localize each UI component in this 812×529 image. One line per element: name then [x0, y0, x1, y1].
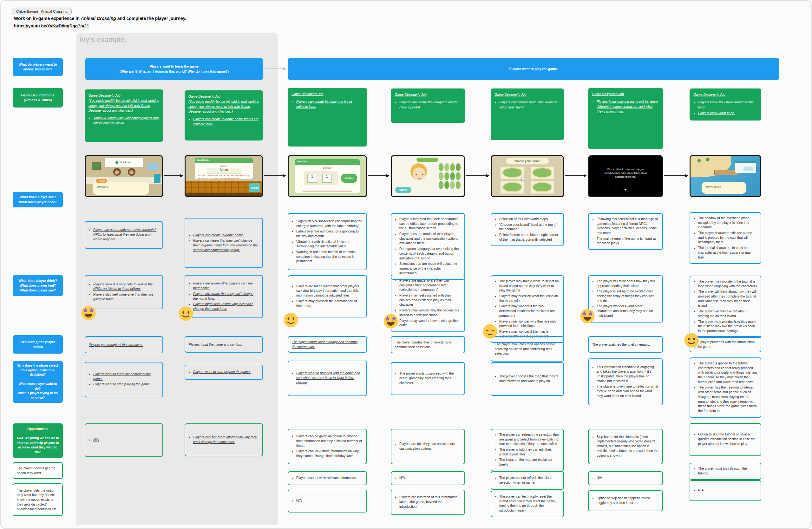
why-note[interactable]: Players want to proceed with the game an… [288, 361, 367, 396]
shot-arrow-4 [466, 175, 489, 176]
designer-job-heading: Game Designer's Job [291, 92, 363, 97]
no-option-note[interactable]: N/A [588, 471, 663, 485]
think-feel-note[interactable]: The player may wonder if the tutorial is… [690, 276, 761, 338]
screenshot-character-creator[interactable]: Confirm [391, 155, 465, 197]
decision-note[interactable]: Players input the name and confirm. [185, 336, 263, 353]
opportunities-note[interactable]: The player can refresh the selection the… [491, 429, 564, 471]
no-option-note[interactable]: The player must play through the tutoria… [690, 463, 761, 480]
label-distracted[interactable]: The player gets the option they want but… [13, 483, 63, 516]
designer-job-heading: Game Designer's Job [88, 93, 159, 98]
distracted-note[interactable]: N/A [288, 490, 367, 513]
expressionless-emoji[interactable] [482, 324, 498, 339]
slight-smile-emoji[interactable] [178, 306, 193, 321]
island-map-4[interactable] [530, 181, 555, 194]
designer-job-heading: Game Designer's Job [188, 94, 259, 99]
see-hear-note[interactable]: Slightly darker subsection encompassing … [288, 213, 367, 270]
button-hint-bar [186, 193, 262, 196]
warning-text-line [303, 191, 352, 192]
file-tab[interactable]: Chloe Bayani - Animal Crossing [12, 8, 72, 15]
star-struck-emoji[interactable] [81, 305, 96, 321]
distracted-note[interactable]: Option to skip doesn't appear unless tog… [588, 490, 663, 511]
opportunities-note[interactable]: Players can see more information why the… [185, 423, 263, 456]
think-feel-note[interactable]: Players are made aware that other player… [288, 275, 367, 318]
label-decisions[interactable]: Decision(s) the player makes [13, 335, 63, 354]
designer-job-note[interactable]: Game Designer's Job Players can create t… [391, 88, 465, 123]
no-option-note[interactable]: Players cannot view relevant information… [288, 471, 367, 485]
why-note[interactable]: Players want to learn the context of the… [85, 362, 163, 397]
why-note[interactable]: This introduction cinematic is engaging … [588, 358, 663, 405]
decision-note[interactable]: The player creates their character and c… [391, 336, 465, 353]
name-warning-text: You can't change this! This can be seen … [198, 174, 250, 179]
why-note[interactable]: The player is guided to the tutorial cha… [690, 357, 761, 418]
opportunities-note[interactable]: Players can be given an option to change… [288, 429, 367, 464]
shot-arrow-5 [565, 175, 586, 176]
label-player-think-feel[interactable]: What does player think? What does player… [13, 275, 63, 296]
journey-column-2: Game Designer's Job (You could modify bu… [185, 1, 263, 528]
month-value-tile[interactable]: 1 [307, 174, 318, 183]
slight-smile-emoji[interactable] [283, 312, 299, 328]
island-map-3[interactable] [500, 181, 525, 194]
opportunities-note[interactable]: Players are told they can unlock more cu… [391, 429, 465, 464]
confirm-button[interactable]: Confirm [341, 174, 357, 183]
island-map-1[interactable] [500, 166, 525, 179]
distracted-note[interactable]: N/A [690, 480, 761, 501]
opportunities-note[interactable]: Skip button for the cinematic (if not im… [588, 429, 663, 464]
why-note[interactable]: The player chooses the map that they're … [491, 362, 564, 396]
distracted-note[interactable]: Players are informed of this information… [391, 490, 465, 515]
see-hear-note[interactable]: Selection of four overworld maps“Choose … [491, 213, 564, 246]
confirm-key[interactable]: Confirm [249, 183, 260, 192]
see-hear-note[interactable]: The shadow of the overhead plane occupie… [690, 212, 761, 264]
think-feel-note[interactable]: Players are made aware they can customiz… [391, 275, 465, 332]
option-swatch-grid[interactable] [439, 163, 460, 189]
screenshot-name-entry[interactable]: Nook Inc. Name Adam You can't change thi… [185, 155, 263, 197]
see-hear-note[interactable]: Following this screenshot is a montage o… [588, 213, 663, 250]
see-hear-note[interactable]: Player is informed that their appearance… [391, 213, 465, 280]
slight-smile-emoji[interactable] [684, 333, 699, 348]
screenshot-island-select[interactable]: Choose your island! [491, 155, 564, 197]
designer-job-note[interactable]: Game Designer's Job Players know they ha… [690, 88, 761, 120]
designer-job-note[interactable]: Game Designer's Job Players can create b… [288, 88, 367, 147]
why-note[interactable]: The player wants to proceed with the act… [391, 362, 465, 395]
no-option-note[interactable]: N/A [391, 471, 465, 485]
journey-column-1: Game Designer's Job (You could modify bu… [85, 1, 163, 528]
why-note[interactable]: Players want to start playing the game. [185, 365, 263, 380]
opportunities-note[interactable]: N/A [85, 423, 163, 457]
see-hear-note[interactable]: Players can create in-game name.Players … [185, 218, 263, 268]
decision-note[interactable]: The player proceeds with the introductio… [690, 336, 761, 352]
label-players-want[interactable]: What do players want to and/or should do… [13, 58, 63, 76]
no-option-note[interactable]: The player cannot refresh the island sel… [491, 471, 564, 490]
designer-job-note[interactable]: Game Designer's Job (You could modify bu… [185, 90, 263, 141]
decision-note[interactable]: The player inputs their birthday and con… [288, 336, 367, 353]
star-struck-emoji[interactable] [383, 314, 398, 329]
think-feel-note[interactable]: The player may take a while to select an… [491, 275, 564, 343]
star-struck-emoji[interactable] [580, 309, 595, 324]
dialog-bubble: We're here! [701, 182, 746, 194]
screenshot-island-arrival[interactable]: We're here! [690, 155, 761, 197]
name-input[interactable]: Adam [207, 168, 241, 174]
day-value-tile[interactable]: 1 [322, 174, 332, 183]
designer-job-note[interactable]: Game Designer's Job Players can choose t… [491, 88, 564, 140]
screenshot-cinematic[interactable]: Please sit back, relax, and enjoy a comp… [588, 155, 663, 197]
think-feel-note[interactable]: Players think it is very cute to look at… [85, 275, 163, 309]
confirm-button[interactable]: Confirm [395, 187, 411, 193]
designer-job-heading: Game Designer's Job [592, 92, 659, 97]
screenshot-birthday-entry[interactable]: Nook Inc. Birthday 1 1 Confirm [288, 155, 367, 197]
island-map-2[interactable] [530, 166, 555, 179]
think-feel-note[interactable]: Players are aware other players can see … [185, 275, 263, 318]
decision-note[interactable]: Players go through all the narratives. [85, 336, 163, 353]
decision-note[interactable]: The player watches the brief cinematic. [588, 336, 663, 353]
label-no-option[interactable]: The player doesn't get the option they w… [13, 462, 63, 479]
label-player-see-hear[interactable]: What does player see? What does player h… [13, 192, 63, 207]
label-why-select[interactable]: Why does the player select this option (… [13, 361, 63, 403]
screenshot-nook-reception[interactable]: Nook Inc. Timmy Welcome... [85, 155, 163, 197]
decision-note[interactable]: The player evaluates their options befor… [491, 336, 564, 362]
designer-job-note[interactable]: Game Designer's Job Players know how the… [588, 88, 663, 149]
designer-job-note[interactable]: Game Designer's Job (You could modify bu… [85, 89, 163, 142]
think-feel-note[interactable]: The player will think about how they wil… [588, 275, 663, 323]
label-opportunities[interactable]: Opportunities AKA: Anything we can do to… [13, 423, 63, 458]
see-hear-note[interactable]: Player can go through narratives through… [85, 221, 163, 249]
distracted-note[interactable]: The player can technically reset the isl… [491, 490, 564, 517]
youtube-link[interactable]: https://youtu.be/YvKwD8ngDqo?t=21 [14, 24, 89, 28]
label-dev-intentions[interactable]: Game Dev Intentions (Options & Rules) [13, 88, 63, 107]
opportunities-note[interactable]: Option to skip the tutorial or have a qu… [690, 423, 761, 456]
